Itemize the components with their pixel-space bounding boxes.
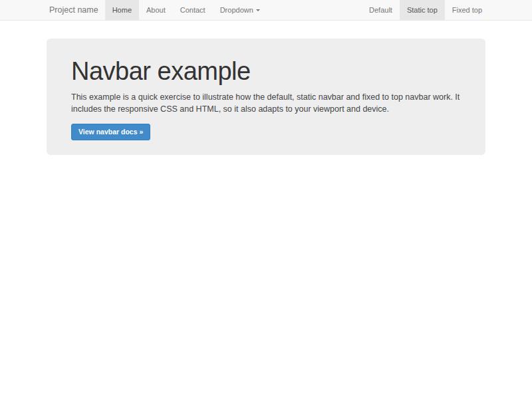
- jumbotron: Navbar example This example is a quick e…: [47, 39, 485, 155]
- caret-down-icon: [256, 9, 260, 11]
- nav-item-dropdown[interactable]: Dropdown: [213, 0, 267, 20]
- page-title: Navbar example: [71, 58, 461, 85]
- view-navbar-docs-button[interactable]: View navbar docs »: [71, 124, 150, 140]
- nav-item-home[interactable]: Home: [105, 0, 139, 20]
- nav-item-about[interactable]: About: [139, 0, 173, 20]
- navbar-right-nav: Default Static top Fixed top: [362, 0, 489, 20]
- page-description: This example is a quick exercise to illu…: [71, 91, 461, 115]
- navbar-left-nav: Home About Contact Dropdown: [105, 0, 267, 20]
- nav-item-default[interactable]: Default: [362, 0, 400, 20]
- main-container: Navbar example This example is a quick e…: [47, 39, 485, 155]
- nav-item-dropdown-label: Dropdown: [220, 0, 253, 20]
- navbar-container: Project name Home About Contact Dropdown…: [43, 0, 489, 20]
- nav-item-fixed-top[interactable]: Fixed top: [445, 0, 489, 20]
- nav-item-static-top[interactable]: Static top: [400, 0, 445, 20]
- nav-item-contact[interactable]: Contact: [173, 0, 213, 20]
- navbar-brand[interactable]: Project name: [43, 0, 105, 20]
- navbar: Project name Home About Contact Dropdown…: [0, 0, 532, 21]
